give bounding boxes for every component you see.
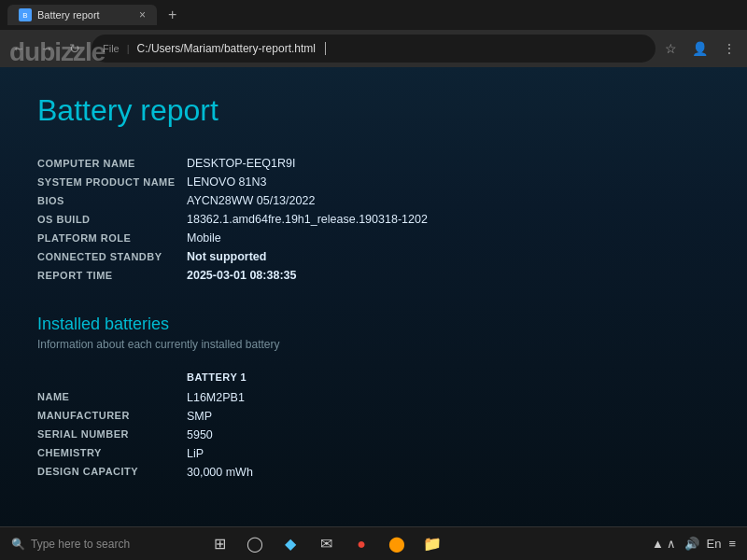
platform-role-value: Mobile (187, 231, 221, 245)
system-info-table: COMPUTER NAME DESKTOP-EEQ1R9I SYSTEM PRO… (37, 154, 710, 285)
os-build-label: OS BUILD (37, 214, 187, 225)
battery-chemistry-row: CHEMISTRY LiP (37, 444, 710, 463)
network-icon[interactable]: ≡ (728, 537, 736, 551)
cortana-icon[interactable]: ◯ (241, 530, 269, 558)
product-name-label: SYSTEM PRODUCT NAME (37, 176, 187, 188)
battery-col-header: BATTERY 1 (187, 371, 247, 383)
profile-icon[interactable]: 👤 (688, 37, 712, 60)
battery-serial-label: SERIAL NUMBER (37, 428, 187, 441)
search-icon: 🔍 (11, 538, 25, 551)
volume-icon[interactable]: 🔊 (684, 537, 699, 551)
address-bar[interactable]: File | C:/Users/Mariam/battery-report.ht… (92, 35, 655, 63)
bios-label: BIOS (37, 195, 187, 206)
star-icon[interactable]: ☆ (661, 37, 681, 60)
battery-serial-row: SERIAL NUMBER 5950 (37, 426, 710, 444)
battery-col-spacer (37, 371, 187, 383)
tab-bar: B Battery report × + (0, 0, 747, 30)
page-content: Battery report COMPUTER NAME DESKTOP-EEQ… (0, 67, 747, 526)
active-tab[interactable]: B Battery report × (7, 5, 157, 25)
cursor (325, 42, 326, 55)
camera-icon[interactable]: ⬤ (383, 530, 411, 558)
battery-design-capacity-value: 30,000 mWh (187, 466, 253, 479)
address-separator: | (127, 43, 130, 54)
start-button[interactable]: ⊞ (205, 530, 233, 558)
battery-header-row: BATTERY 1 (37, 370, 710, 388)
watermark-logo: dubizzle (0, 34, 114, 71)
battery-design-capacity-label: DESIGN CAPACITY (37, 466, 187, 479)
os-build-row: OS BUILD 18362.1.amd64fre.19h1_release.1… (37, 210, 710, 229)
connected-standby-value: Not supported (187, 250, 266, 263)
battery-manufacturer-label: MANUFACTURER (37, 410, 187, 423)
taskbar-right: ▲ ∧ 🔊 En ≡ (652, 537, 747, 551)
battery-design-capacity-row: DESIGN CAPACITY 30,000 mWh (37, 463, 710, 482)
battery-manufacturer-row: MANUFACTURER SMP (37, 407, 710, 426)
menu-icon[interactable]: ⋮ (719, 37, 740, 60)
battery-name-label: NAME (37, 391, 187, 404)
bios-value: AYCN28WW 05/13/2022 (187, 194, 315, 207)
platform-role-row: PLATFORM ROLE Mobile (37, 229, 710, 247)
battery-table: BATTERY 1 NAME L16M2PB1 MANUFACTURER SMP… (37, 370, 710, 482)
platform-role-label: PLATFORM ROLE (37, 232, 187, 244)
new-tab-button[interactable]: + (161, 5, 184, 25)
bios-row: BIOS AYCN28WW 05/13/2022 (37, 191, 710, 210)
report-time-value: 2025-03-01 08:38:35 (187, 269, 296, 282)
batteries-section-title: Installed batteries (37, 315, 710, 334)
battery-name-row: NAME L16M2PB1 (37, 388, 710, 407)
connected-standby-label: CONNECTED STANDBY (37, 251, 187, 262)
taskbar: 🔍 Type here to search ⊞ ◯ ◆ ✉ ● ⬤ 📁 ▲ ∧ … (0, 526, 747, 560)
address-path: C:/Users/Mariam/battery-report.html (137, 42, 316, 55)
computer-name-value: DESKTOP-EEQ1R9I (187, 157, 295, 170)
os-build-value: 18362.1.amd64fre.19h1_release.190318-120… (187, 213, 428, 226)
product-name-row: SYSTEM PRODUCT NAME LENOVO 81N3 (37, 173, 710, 191)
taskbar-search[interactable]: 🔍 Type here to search (0, 538, 187, 551)
computer-name-row: COMPUTER NAME DESKTOP-EEQ1R9I (37, 154, 710, 173)
connected-standby-row: CONNECTED STANDBY Not supported (37, 247, 710, 266)
report-time-row: REPORT TIME 2025-03-01 08:38:35 (37, 266, 710, 285)
tab-title: Battery report (37, 9, 100, 21)
tab-favicon: B (19, 8, 32, 21)
files-icon[interactable]: 📁 (418, 530, 446, 558)
search-placeholder-text: Type here to search (31, 538, 130, 551)
computer-name-label: COMPUTER NAME (37, 158, 187, 169)
batteries-section-subtitle: Information about each currently install… (37, 338, 710, 351)
report-time-label: REPORT TIME (37, 270, 187, 281)
battery-manufacturer-value: SMP (187, 410, 212, 423)
edge-icon[interactable]: ◆ (276, 530, 304, 558)
system-tray-icons: ▲ ∧ (652, 537, 676, 551)
toolbar-icons: ☆ 👤 ⋮ (661, 37, 740, 60)
battery-chemistry-label: CHEMISTRY (37, 447, 187, 460)
taskbar-center: ⊞ ◯ ◆ ✉ ● ⬤ 📁 (205, 530, 446, 558)
battery-chemistry-value: LiP (187, 447, 204, 460)
language-indicator: En (707, 537, 722, 551)
batteries-section: Installed batteries Information about ea… (37, 315, 710, 482)
product-name-value: LENOVO 81N3 (187, 175, 266, 189)
chrome-icon[interactable]: ● (347, 530, 375, 558)
battery-serial-value: 5950 (187, 428, 213, 441)
page-title: Battery report (37, 93, 710, 128)
mail-icon[interactable]: ✉ (312, 530, 340, 558)
tab-close-button[interactable]: × (139, 8, 146, 21)
battery-name-value: L16M2PB1 (187, 391, 245, 404)
